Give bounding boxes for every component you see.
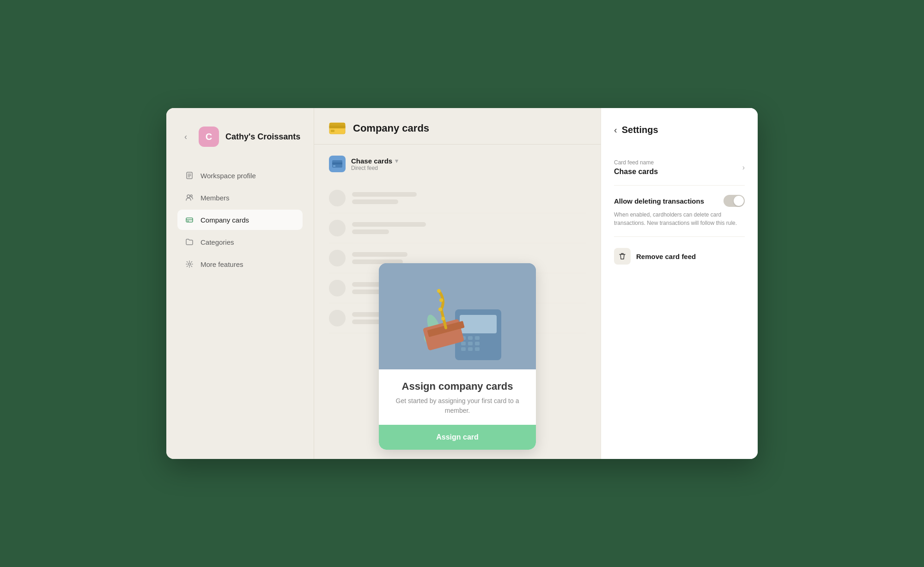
svg-rect-28 xyxy=(475,347,480,351)
svg-point-34 xyxy=(439,298,443,302)
modal-title: Assign company cards xyxy=(392,380,523,392)
svg-point-5 xyxy=(190,195,192,197)
document-icon xyxy=(185,171,194,180)
sidebar-item-categories[interactable]: Categories xyxy=(177,232,303,252)
svg-rect-8 xyxy=(187,221,189,222)
svg-rect-27 xyxy=(468,347,473,351)
cards-icon xyxy=(185,215,194,224)
allow-deleting-label: Allow deleting transactions xyxy=(614,197,704,205)
svg-rect-22 xyxy=(475,336,480,340)
sidebar-item-label: More features xyxy=(201,260,243,268)
workspace-name: Cathy's Croissants xyxy=(225,132,300,142)
svg-rect-19 xyxy=(460,315,497,333)
page-title: Company cards xyxy=(353,122,429,134)
settings-allow-deleting-row: Allow deleting transactions xyxy=(614,195,745,207)
settings-card-feed-row[interactable]: Card feed name Chase cards › xyxy=(614,159,745,176)
folder-icon xyxy=(185,237,194,247)
sidebar-header: ‹ C Cathy's Croissants xyxy=(177,127,303,147)
settings-back-button[interactable]: ‹ xyxy=(614,125,617,135)
sidebar-item-label: Members xyxy=(201,194,230,202)
settings-card-feed-value: Chase cards xyxy=(614,168,658,176)
main-content: Company cards Chase cards ▾ Dir xyxy=(314,108,601,459)
main-header: Company cards xyxy=(314,108,601,145)
svg-point-9 xyxy=(188,263,191,265)
svg-rect-12 xyxy=(331,130,334,132)
settings-allow-deleting-section: Allow deleting transactions When enabled… xyxy=(614,186,745,237)
svg-point-36 xyxy=(441,317,445,320)
remove-feed-label: Remove card feed xyxy=(636,253,696,260)
credit-card-icon xyxy=(329,122,346,135)
people-icon xyxy=(185,193,194,202)
back-button[interactable]: ‹ xyxy=(179,130,192,143)
settings-label-group: Card feed name Chase cards xyxy=(614,159,658,176)
svg-rect-24 xyxy=(468,342,473,345)
sidebar-item-label: Categories xyxy=(201,238,234,246)
sidebar-item-label: Company cards xyxy=(201,216,249,224)
sidebar-item-members[interactable]: Members xyxy=(177,187,303,208)
settings-card-feed-label: Card feed name xyxy=(614,159,658,166)
remove-card-feed-row[interactable]: Remove card feed xyxy=(614,248,745,265)
settings-card-feed-section: Card feed name Chase cards › xyxy=(614,150,745,186)
svg-rect-23 xyxy=(461,342,466,345)
assign-card-button[interactable]: Assign card xyxy=(379,425,536,450)
svg-point-33 xyxy=(437,289,441,293)
modal-card: Assign company cards Get started by assi… xyxy=(379,263,536,450)
modal-illustration xyxy=(379,263,536,369)
settings-panel: ‹ Settings Card feed name Chase cards › … xyxy=(601,108,758,459)
main-body: Chase cards ▾ Direct feed xyxy=(314,145,601,459)
sidebar: ‹ C Cathy's Croissants Workspace profile xyxy=(166,108,314,459)
sidebar-item-company-cards[interactable]: Company cards xyxy=(177,210,303,230)
sidebar-nav: Workspace profile Members xyxy=(177,165,303,274)
sidebar-item-more-features[interactable]: More features xyxy=(177,254,303,274)
gear-icon xyxy=(185,259,194,269)
app-container: ‹ C Cathy's Croissants Workspace profile xyxy=(166,108,758,459)
sidebar-item-workspace-profile[interactable]: Workspace profile xyxy=(177,165,303,186)
assign-card-overlay: Assign company cards Get started by assi… xyxy=(314,145,601,459)
modal-description: Get started by assigning your first card… xyxy=(392,396,523,416)
svg-rect-26 xyxy=(461,347,466,351)
settings-header: ‹ Settings xyxy=(614,125,745,135)
trash-icon xyxy=(614,248,631,265)
allow-deleting-toggle[interactable] xyxy=(723,195,745,207)
svg-rect-25 xyxy=(475,342,480,345)
svg-rect-21 xyxy=(468,336,473,340)
workspace-avatar: C xyxy=(199,127,219,147)
svg-point-35 xyxy=(438,308,442,311)
svg-rect-13 xyxy=(329,126,346,128)
modal-body: Assign company cards Get started by assi… xyxy=(379,369,536,425)
chevron-right-icon: › xyxy=(742,163,745,172)
svg-point-4 xyxy=(187,195,190,198)
settings-title: Settings xyxy=(622,125,658,135)
sidebar-item-label: Workspace profile xyxy=(201,172,256,180)
allow-deleting-description: When enabled, cardholders can delete car… xyxy=(614,211,745,227)
